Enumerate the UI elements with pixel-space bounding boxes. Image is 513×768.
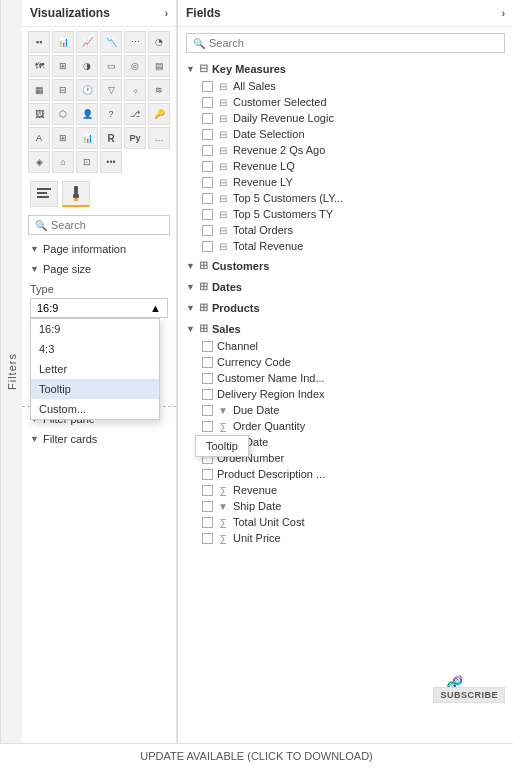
field-order-qty[interactable]: ∑ Order Quantity [182,418,509,434]
field-checkbox-dri[interactable] [202,389,213,400]
field-currency-code[interactable]: Currency Code [182,354,509,370]
vis-icon-shapemap[interactable]: ⬡ [52,103,74,125]
vis-icon-r[interactable]: R [100,127,122,149]
vis-icon-card[interactable]: ▭ [100,55,122,77]
field-checkbox-pd[interactable] [202,469,213,480]
field-date-selection[interactable]: ⊟ Date Selection [182,126,509,142]
vis-search-box[interactable]: 🔍 [28,215,170,235]
format-button[interactable] [30,181,58,207]
fields-search-input[interactable] [209,37,498,49]
field-checkbox-t5ty[interactable] [202,209,213,220]
field-revenue-ly[interactable]: ⊟ Revenue LY [182,174,509,190]
field-checkbox-cs[interactable] [202,97,213,108]
vis-icon-stacked-bar[interactable]: ▪▪ [28,31,50,53]
page-size-header[interactable]: ▼ Page size [22,259,176,279]
vis-icon-python[interactable]: Py [124,127,146,149]
field-checkbox-tuc[interactable] [202,517,213,528]
vis-icon-pie[interactable]: ◔ [148,31,170,53]
vis-icon-text[interactable]: A [28,127,50,149]
field-checkbox-rlq[interactable] [202,161,213,172]
field-checkbox-cc[interactable] [202,357,213,368]
field-checkbox-channel[interactable] [202,341,213,352]
field-delivery-region[interactable]: Delivery Region Index [182,386,509,402]
vis-icon-scatter[interactable]: ⋯ [124,31,146,53]
group-sales-header[interactable]: ▼ ⊞ Sales [182,319,509,338]
field-daily-revenue[interactable]: ⊟ Daily Revenue Logic [182,110,509,126]
field-checkbox-ds[interactable] [202,129,213,140]
update-bar[interactable]: UPDATE AVAILABLE (CLICK TO DOWNLOAD) [0,743,513,768]
group-key-measures-header[interactable]: ▼ ⊟ Key Measures [182,59,509,78]
vis-icon-area[interactable]: 📉 [100,31,122,53]
field-checkbox-dr[interactable] [202,113,213,124]
vis-icon-misc1[interactable]: ◈ [28,151,50,173]
field-revenue[interactable]: ∑ Revenue [182,482,509,498]
fields-list[interactable]: ▼ ⊟ Key Measures ⊟ All Sales ⊟ Customer … [178,59,513,713]
vis-icon-more[interactable]: … [148,127,170,149]
fields-panel-chevron[interactable]: › [502,8,505,19]
group-customers-header[interactable]: ▼ ⊞ Customers [182,256,509,275]
field-customer-selected[interactable]: ⊟ Customer Selected [182,94,509,110]
vis-icon-dots[interactable]: ••• [100,151,122,173]
vis-search-input[interactable] [51,219,177,231]
field-checkbox-cni[interactable] [202,373,213,384]
field-revenue-lq[interactable]: ⊟ Revenue LQ [182,158,509,174]
vis-icon-key-inf[interactable]: 🔑 [148,103,170,125]
paintbrush-button[interactable] [62,181,90,207]
dropdown-item-letter[interactable]: Letter [31,359,159,379]
field-checkbox-rly[interactable] [202,177,213,188]
vis-panel-chevron[interactable]: › [165,8,168,19]
subscribe-badge[interactable]: SUBSCRIBE [433,687,505,703]
field-checkbox-up[interactable] [202,533,213,544]
page-information-header[interactable]: ▼ Page information [22,239,176,259]
field-checkbox-dd[interactable] [202,405,213,416]
dropdown-item-tooltip[interactable]: Tooltip [31,379,159,399]
filter-cards-header[interactable]: ▼ Filter cards [22,429,176,449]
field-checkbox-tr[interactable] [202,241,213,252]
field-checkbox-all-sales[interactable] [202,81,213,92]
vis-icon-clock[interactable]: 🕐 [76,79,98,101]
vis-icon-decomp[interactable]: ⎇ [124,103,146,125]
field-customer-name-ind[interactable]: Customer Name Ind... [182,370,509,386]
vis-icon-qanda[interactable]: ? [100,103,122,125]
dropdown-item-43[interactable]: 4:3 [31,339,159,359]
vis-icon-funnel[interactable]: ▽ [100,79,122,101]
field-checkbox-oq[interactable] [202,421,213,432]
field-checkbox-t5ly[interactable] [202,193,213,204]
field-checkbox-sd[interactable] [202,501,213,512]
field-all-sales[interactable]: ⊟ All Sales [182,78,509,94]
field-unit-price[interactable]: ∑ Unit Price [182,530,509,546]
field-checkbox-r2[interactable] [202,145,213,156]
field-product-desc[interactable]: Product Description ... [182,466,509,482]
field-revenue-2qs[interactable]: ⊟ Revenue 2 Qs Ago [182,142,509,158]
vis-icon-line[interactable]: 📈 [76,31,98,53]
vis-icon-chart2[interactable]: 📊 [76,127,98,149]
vis-icon-misc3[interactable]: ⊡ [76,151,98,173]
vis-icon-ribbon[interactable]: ≋ [148,79,170,101]
vis-icon-slicer[interactable]: ▤ [148,55,170,77]
field-top5-ty[interactable]: ⊟ Top 5 Customers TY [182,206,509,222]
type-dropdown[interactable]: 16:9 ▲ [30,298,168,318]
field-total-revenue[interactable]: ⊟ Total Revenue [182,238,509,254]
vis-icon-waterfall[interactable]: ⬦ [124,79,146,101]
group-products-header[interactable]: ▼ ⊞ Products [182,298,509,317]
vis-icon-kpi[interactable]: ◎ [124,55,146,77]
vis-icon-table[interactable]: ▦ [28,79,50,101]
field-checkbox-to[interactable] [202,225,213,236]
field-due-date[interactable]: ▼ Due Date [182,402,509,418]
field-total-orders[interactable]: ⊟ Total Orders [182,222,509,238]
field-ship-date[interactable]: ▼ Ship Date [182,498,509,514]
vis-icon-misc2[interactable]: ⌂ [52,151,74,173]
field-channel[interactable]: Channel [182,338,509,354]
dropdown-item-169[interactable]: 16:9 [31,319,159,339]
vis-icon-people[interactable]: 👤 [76,103,98,125]
vis-icon-image[interactable]: 🖼 [28,103,50,125]
fields-search-box[interactable]: 🔍 [186,33,505,53]
vis-icon-gauge[interactable]: ◑ [76,55,98,77]
vis-icon-shapes[interactable]: ⊞ [52,127,74,149]
vis-icon-treemap[interactable]: ⊞ [52,55,74,77]
dropdown-item-custom[interactable]: Custom... [31,399,159,419]
field-checkbox-rev[interactable] [202,485,213,496]
field-top5-ly[interactable]: ⊟ Top 5 Customers (LY... [182,190,509,206]
vis-icon-bar[interactable]: 📊 [52,31,74,53]
vis-icon-matrix[interactable]: ⊟ [52,79,74,101]
